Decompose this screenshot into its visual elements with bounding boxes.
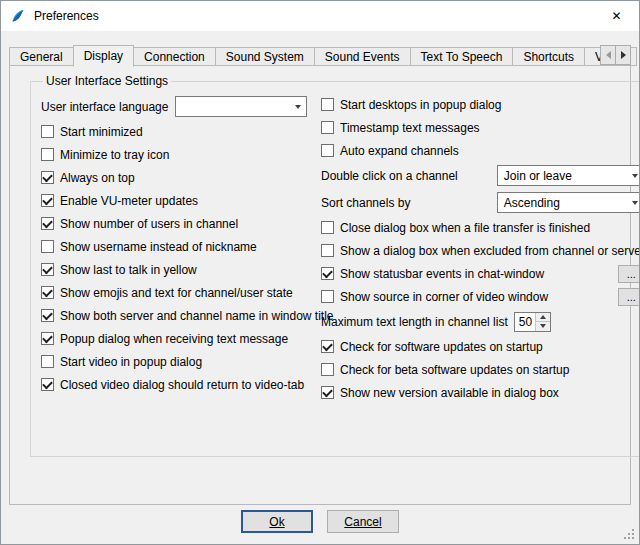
spinner-buttons [535, 313, 550, 331]
checkbox-show-username[interactable]: Show username instead of nickname [41, 238, 307, 255]
checkbox-box [41, 125, 54, 138]
preferences-window: Preferences ✕ General Display Connection… [0, 0, 640, 545]
checkbox-box [41, 332, 54, 345]
checkbox-box [321, 244, 334, 257]
checkbox-label: Start desktops in popup dialog [340, 98, 501, 112]
left-column: User interface language Start minimized … [41, 96, 307, 401]
checkbox-label: Show a dialog box when excluded from cha… [340, 244, 640, 258]
checkbox-server-channel-in-title[interactable]: Show both server and channel name in win… [41, 307, 307, 324]
checkbox-box [321, 340, 334, 353]
checkbox-label: Enable VU-meter updates [60, 194, 198, 208]
checkbox-box [41, 263, 54, 276]
checkbox-show-emojis[interactable]: Show emojis and text for channel/user st… [41, 284, 307, 301]
checkbox-label: Minimize to tray icon [60, 148, 169, 162]
checkbox-label: Show both server and channel name in win… [60, 309, 334, 323]
double-click-label: Double click on a channel [321, 169, 458, 183]
display-tab-pane: User Interface Settings User interface l… [9, 65, 631, 505]
checkbox-timestamp-messages[interactable]: Timestamp text messages [321, 119, 640, 136]
checkbox-last-to-talk-yellow[interactable]: Show last to talk in yellow [41, 261, 307, 278]
tab-display[interactable]: Display [73, 45, 134, 67]
double-click-select[interactable]: Join or leave [497, 165, 640, 186]
tab-sound-events[interactable]: Sound Events [314, 47, 411, 66]
spin-up-button[interactable] [536, 313, 550, 323]
checkbox-dialog-on-excluded[interactable]: Show a dialog box when excluded from cha… [321, 242, 640, 259]
resize-grip[interactable] [624, 529, 636, 541]
checkbox-minimize-to-tray[interactable]: Minimize to tray icon [41, 146, 307, 163]
video-source-row: Show source in corner of video window ..… [321, 288, 640, 305]
checkbox-label: Show number of users in channel [60, 217, 238, 231]
dialog-footer: Ok Cancel [1, 510, 639, 533]
ok-button[interactable]: Ok [241, 510, 313, 533]
checkbox-box [41, 309, 54, 322]
language-select[interactable] [175, 96, 307, 117]
checkbox-always-on-top[interactable]: Always on top [41, 169, 307, 186]
checkbox-box [41, 217, 54, 230]
sort-channels-row: Sort channels by Ascending [321, 192, 640, 213]
checkbox-desktops-popup[interactable]: Start desktops in popup dialog [321, 96, 640, 113]
chevron-right-icon [621, 51, 626, 59]
checkbox-software-updates[interactable]: Check for software updates on startup [321, 338, 640, 355]
checkbox-label: Close dialog box when a file transfer is… [340, 221, 590, 235]
cancel-button[interactable]: Cancel [327, 510, 399, 533]
checkbox-box [41, 355, 54, 368]
sort-channels-select[interactable]: Ascending [497, 192, 640, 213]
statusbar-events-more-button[interactable]: ... [618, 265, 640, 283]
tab-scroll-left-button[interactable] [600, 45, 616, 65]
sort-channels-label: Sort channels by [321, 196, 410, 210]
tab-general[interactable]: General [9, 47, 74, 66]
checkbox-box [321, 386, 334, 399]
checkbox-label: Start video in popup dialog [60, 355, 202, 369]
tab-scroll-right-button[interactable] [615, 45, 631, 65]
checkbox-label: Check for software updates on startup [340, 340, 543, 354]
checkbox-video-return-tab[interactable]: Closed video dialog should return to vid… [41, 376, 307, 393]
checkbox-label: Start minimized [60, 125, 143, 139]
checkbox-label: Show statusbar events in chat-window [340, 267, 544, 281]
checkbox-label: Timestamp text messages [340, 121, 480, 135]
double-click-row: Double click on a channel Join or leave [321, 165, 640, 186]
checkbox-popup-text-message[interactable]: Popup dialog when receiving text message [41, 330, 307, 347]
spinner-value: 50 [515, 313, 535, 331]
tab-text-to-speech[interactable]: Text To Speech [410, 47, 514, 66]
tab-sound-system[interactable]: Sound System [215, 47, 315, 66]
ok-button-label: Ok [269, 515, 284, 529]
checkbox-vu-meter-updates[interactable]: Enable VU-meter updates [41, 192, 307, 209]
checkbox-label: Show username instead of nickname [60, 240, 257, 254]
checkbox-label: Show last to talk in yellow [60, 263, 197, 277]
checkbox-video-source-corner[interactable]: Show source in corner of video window [321, 288, 548, 305]
checkbox-auto-expand-channels[interactable]: Auto expand channels [321, 142, 640, 159]
chevron-down-icon [289, 97, 306, 116]
chevron-down-icon [627, 166, 640, 185]
checkbox-show-user-count[interactable]: Show number of users in channel [41, 215, 307, 232]
checkbox-video-popup[interactable]: Start video in popup dialog [41, 353, 307, 370]
tab-shortcuts[interactable]: Shortcuts [512, 47, 585, 66]
tab-connection[interactable]: Connection [133, 47, 216, 66]
group-title: User Interface Settings [43, 74, 171, 88]
close-button[interactable]: ✕ [594, 1, 639, 31]
max-text-length-spinner[interactable]: 50 [514, 312, 551, 332]
video-source-more-button[interactable]: ... [618, 288, 640, 306]
titlebar: Preferences ✕ [1, 1, 639, 31]
chevron-down-icon [627, 193, 640, 212]
checkbox-box [321, 121, 334, 134]
checkbox-close-on-transfer-finished[interactable]: Close dialog box when a file transfer is… [321, 219, 640, 236]
checkbox-new-version-dialog[interactable]: Show new version available in dialog box [321, 384, 640, 401]
checkbox-start-minimized[interactable]: Start minimized [41, 123, 307, 140]
cancel-button-label: Cancel [344, 515, 381, 529]
checkbox-box [321, 267, 334, 280]
user-interface-settings-group: User Interface Settings User interface l… [30, 74, 640, 457]
checkbox-box [321, 221, 334, 234]
checkbox-box [41, 378, 54, 391]
checkbox-label: Popup dialog when receiving text message [60, 332, 288, 346]
language-label: User interface language [41, 100, 168, 114]
spin-down-button[interactable] [536, 322, 550, 331]
checkbox-box [41, 194, 54, 207]
tab-bar: General Display Connection Sound System … [9, 44, 631, 66]
checkbox-label: Show new version available in dialog box [340, 386, 559, 400]
checkbox-label: Always on top [60, 171, 135, 185]
max-text-length-row: Maximum text length in channel list 50 [321, 311, 640, 332]
checkbox-statusbar-events[interactable]: Show statusbar events in chat-window [321, 265, 544, 282]
checkbox-label: Auto expand channels [340, 144, 459, 158]
window-title: Preferences [34, 9, 99, 23]
checkbox-beta-updates[interactable]: Check for beta software updates on start… [321, 361, 640, 378]
chevron-left-icon [606, 51, 611, 59]
